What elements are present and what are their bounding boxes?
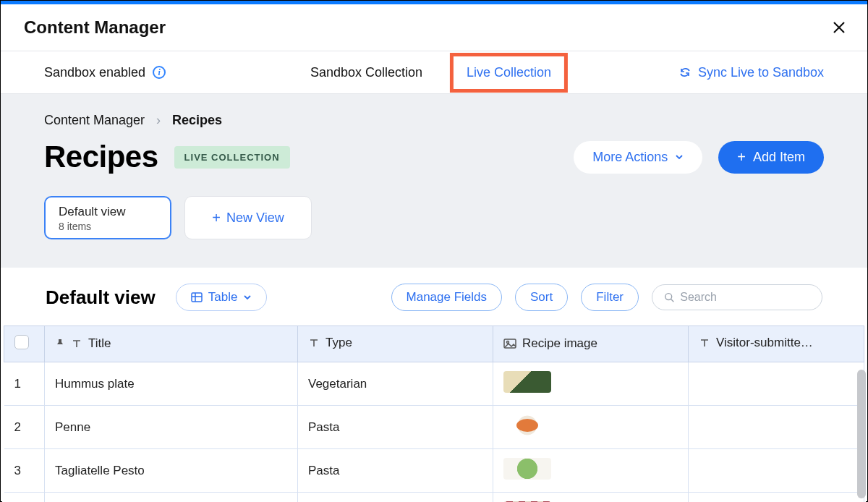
- search-icon: [664, 292, 674, 303]
- breadcrumb-root[interactable]: Content Manager: [44, 113, 145, 128]
- sync-live-to-sandbox-button[interactable]: Sync Live to Sandbox: [679, 65, 824, 80]
- pin-icon: [55, 339, 65, 349]
- column-header-image[interactable]: Recipe image: [522, 336, 597, 351]
- chevron-down-icon: [675, 153, 684, 161]
- cell-type[interactable]: Pasta: [298, 449, 493, 493]
- scrollbar-thumb[interactable]: [857, 370, 866, 498]
- view-chip-name: Default view: [59, 205, 157, 219]
- info-icon[interactable]: i: [153, 66, 166, 79]
- cell-image[interactable]: [493, 362, 689, 406]
- plus-icon: +: [212, 210, 221, 225]
- search-input[interactable]: [680, 291, 810, 304]
- breadcrumb: Content Manager › Recipes: [44, 113, 824, 128]
- image-icon: [503, 339, 516, 349]
- table-icon: [191, 292, 203, 303]
- new-view-label: New View: [226, 210, 284, 226]
- close-icon: [833, 21, 846, 34]
- cell-type[interactable]: Pasta: [298, 493, 493, 503]
- display-mode-label: Table: [208, 290, 238, 305]
- sort-button[interactable]: Sort: [515, 284, 568, 311]
- cell-visitor[interactable]: [689, 449, 864, 493]
- row-number: 1: [4, 362, 45, 406]
- current-view-title: Default view: [46, 286, 156, 309]
- table-row[interactable]: 4 Beetroot Gnocchi Pasta: [4, 493, 864, 503]
- column-header-type[interactable]: Type: [326, 336, 352, 350]
- cell-visitor[interactable]: [689, 493, 864, 503]
- select-all-checkbox[interactable]: [14, 335, 29, 349]
- plus-icon: +: [737, 150, 746, 164]
- cell-image[interactable]: [493, 406, 689, 449]
- cell-type[interactable]: Vegetarian: [298, 362, 493, 406]
- tab-live-collection[interactable]: Live Collection: [467, 65, 551, 80]
- cell-image[interactable]: [493, 493, 689, 503]
- tutorial-highlight: Live Collection: [450, 53, 568, 93]
- sandbox-status-label: Sandbox enabled: [44, 65, 145, 80]
- thumbnail: [503, 371, 551, 393]
- chevron-down-icon: [243, 293, 252, 302]
- app-title: Content Manager: [24, 17, 166, 38]
- table-row[interactable]: 3 Tagliatelle Pesto Pasta: [4, 449, 864, 493]
- text-type-icon: [308, 337, 320, 349]
- thumbnail: [503, 414, 551, 436]
- sync-label: Sync Live to Sandbox: [698, 65, 824, 80]
- table-row[interactable]: 2 Penne Pasta: [4, 406, 864, 449]
- cell-visitor[interactable]: [689, 406, 864, 449]
- page-title: Recipes: [44, 140, 158, 174]
- text-type-icon: [71, 338, 82, 349]
- cell-title[interactable]: Tagliatelle Pesto: [45, 449, 298, 493]
- svg-rect-0: [192, 293, 202, 302]
- chevron-right-icon: ›: [156, 113, 161, 128]
- content-table: Title Type Rec: [4, 326, 864, 502]
- cell-title[interactable]: Penne: [45, 406, 298, 449]
- text-type-icon: [699, 337, 710, 349]
- thumbnail: [503, 458, 551, 480]
- more-actions-label: More Actions: [592, 150, 668, 165]
- view-chip-count: 8 items: [59, 221, 157, 232]
- display-mode-select[interactable]: Table: [176, 284, 268, 311]
- row-number: 2: [4, 406, 45, 449]
- column-header-visitor[interactable]: Visitor-submitte…: [716, 336, 813, 350]
- new-view-button[interactable]: + New View: [184, 196, 312, 239]
- add-item-label: Add Item: [753, 150, 805, 165]
- search-box[interactable]: [652, 284, 822, 310]
- add-item-button[interactable]: + Add Item: [718, 141, 824, 174]
- filter-button[interactable]: Filter: [581, 284, 639, 311]
- row-number: 4: [4, 493, 45, 503]
- view-chip-default[interactable]: Default view 8 items: [44, 196, 171, 239]
- cell-visitor[interactable]: [689, 362, 864, 406]
- table-row[interactable]: 1 Hummus plate Vegetarian: [4, 362, 864, 406]
- row-number: 3: [4, 449, 45, 493]
- breadcrumb-current: Recipes: [172, 113, 222, 128]
- cell-title[interactable]: Beetroot Gnocchi: [45, 493, 298, 503]
- cell-title[interactable]: Hummus plate: [45, 362, 298, 406]
- column-header-title[interactable]: Title: [88, 336, 111, 351]
- svg-point-1: [665, 294, 672, 300]
- tab-sandbox-collection[interactable]: Sandbox Collection: [300, 61, 433, 85]
- sync-icon: [679, 67, 691, 78]
- more-actions-button[interactable]: More Actions: [574, 141, 702, 174]
- live-collection-badge: LIVE COLLECTION: [174, 146, 290, 169]
- close-button[interactable]: [831, 20, 847, 35]
- cell-image[interactable]: [493, 449, 689, 493]
- cell-type[interactable]: Pasta: [298, 406, 493, 449]
- manage-fields-button[interactable]: Manage Fields: [391, 284, 503, 311]
